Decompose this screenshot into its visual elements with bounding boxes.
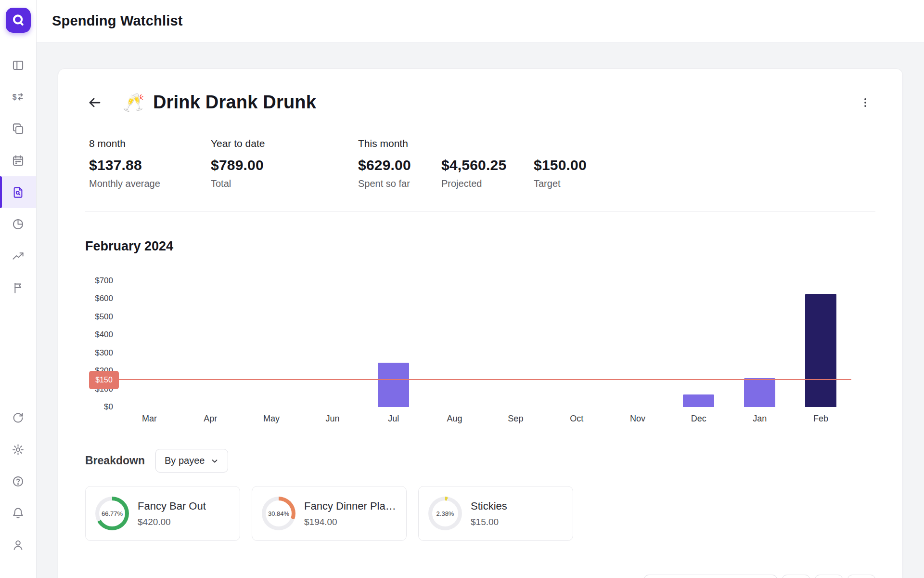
donut-chart: 2.38%	[428, 497, 462, 530]
stat-projected: $4,560.25 Projected	[441, 138, 534, 189]
chevron-down-icon	[210, 457, 219, 465]
sidebar-item-recurring[interactable]	[0, 176, 36, 208]
stat-label	[441, 138, 534, 151]
sidebar-nav-top: $	[0, 49, 36, 303]
chart-slot	[546, 281, 607, 407]
page-title: Spending Watchlist	[52, 13, 183, 29]
sidebar-item-calendar[interactable]	[0, 144, 36, 176]
y-tick-label: $600	[95, 294, 113, 303]
goals-flag-icon	[12, 281, 25, 294]
transactions-icon: $	[12, 91, 25, 104]
bar-jul[interactable]	[378, 363, 409, 407]
bar-feb[interactable]	[805, 294, 836, 407]
stat-value: $137.88	[89, 157, 211, 173]
breakdown-groupby-dropdown[interactable]: By payee	[155, 449, 228, 473]
breakdown-card-texts: Fancy Bar Out $420.00	[138, 500, 206, 527]
bar-dec[interactable]	[683, 394, 714, 407]
profile-icon	[12, 539, 25, 552]
logo-q-icon	[11, 13, 26, 27]
chart-slot	[119, 281, 180, 407]
sidebar-item-settings[interactable]	[0, 434, 36, 465]
breakdown-card-fancy-bar-out[interactable]: 66.77% Fancy Bar Out $420.00	[85, 486, 240, 541]
chart-slot	[729, 281, 790, 407]
x-tick-label: May	[241, 414, 302, 424]
payee-name: Fancy Bar Out	[138, 500, 206, 512]
target-badge: $150	[89, 371, 119, 389]
x-tick-label: Nov	[607, 414, 668, 424]
breakdown-card-fancy-dinner[interactable]: 30.84% Fancy Dinner Pla… $194.00	[252, 486, 407, 541]
donut-percent: 66.77%	[99, 500, 125, 526]
y-tick-label: $400	[95, 330, 113, 340]
breakdown-label: Breakdown	[85, 454, 145, 467]
sidebar-item-notifications[interactable]	[0, 497, 36, 529]
x-tick-label: Feb	[790, 414, 851, 424]
sidebar-item-help[interactable]	[0, 465, 36, 497]
payee-amount: $194.00	[304, 517, 396, 527]
accounts-icon	[12, 122, 25, 135]
stat-value: $4,560.25	[441, 157, 534, 173]
chart-slot	[302, 281, 363, 407]
settings-gear-icon	[12, 443, 25, 456]
stat-label	[534, 138, 587, 151]
spending-bar-chart: $0$100$200$300$400$500$600$700 $150 MarA…	[85, 281, 875, 424]
main-content: 🥂 Drink Drank Drunk 8 month $137.88 Mont	[37, 42, 924, 578]
download-button[interactable]	[847, 575, 875, 578]
watchlist-title: Drink Drank Drunk	[153, 92, 316, 113]
stat-monthly-average: 8 month $137.88 Monthly average	[89, 138, 211, 189]
calendar-icon	[12, 154, 25, 167]
stat-value: $789.00	[211, 157, 358, 173]
divider	[85, 211, 875, 212]
filter-button[interactable]	[782, 575, 810, 578]
x-tick-label: Aug	[424, 414, 485, 424]
watchlist-card: 🥂 Drink Drank Drunk 8 month $137.88 Mont	[58, 68, 903, 578]
svg-text:$: $	[13, 93, 17, 101]
x-tick-label: Dec	[668, 414, 729, 424]
transaction-tools	[644, 575, 875, 578]
stat-sublabel: Total	[211, 178, 358, 189]
sidebar-item-goals[interactable]	[0, 272, 36, 303]
sidebar-item-accounts[interactable]	[0, 113, 36, 144]
x-tick-label: Jun	[302, 414, 363, 424]
chart-slot	[607, 281, 668, 407]
sidebar-item-transactions[interactable]: $	[0, 81, 36, 113]
back-button[interactable]	[85, 93, 104, 112]
payee-amount: $420.00	[138, 517, 206, 527]
stat-sublabel: Projected	[441, 178, 534, 189]
topbar: Spending Watchlist	[37, 0, 924, 42]
watchlist-emoji: 🥂	[123, 94, 144, 111]
refresh-icon	[12, 411, 25, 424]
x-tick-label: Jan	[729, 414, 790, 424]
breakdown-card-stickies[interactable]: 2.38% Stickies $15.00	[418, 486, 573, 541]
sidebar-item-profile[interactable]	[0, 529, 36, 561]
stat-value: $150.00	[534, 157, 587, 173]
stat-target: $150.00 Target	[534, 138, 587, 189]
kebab-menu-icon	[859, 96, 872, 109]
bar-jan[interactable]	[744, 378, 775, 407]
stat-sublabel: Spent so far	[358, 178, 441, 189]
y-tick-label: $300	[95, 348, 113, 358]
chart-slot	[668, 281, 729, 407]
stat-sublabel: Monthly average	[89, 178, 211, 189]
sidebar-item-budget[interactable]	[0, 208, 36, 240]
recurring-search-icon	[12, 186, 25, 199]
search-box	[644, 575, 777, 578]
chart-slot	[241, 281, 302, 407]
chart-slot	[485, 281, 546, 407]
breakdown-card-texts: Stickies $15.00	[471, 500, 507, 527]
stat-label: 8 month	[89, 138, 211, 151]
breakdown-card-texts: Fancy Dinner Pla… $194.00	[304, 500, 396, 527]
chart-body: $0$100$200$300$400$500$600$700 $150	[85, 281, 851, 407]
chart-slot	[363, 281, 424, 407]
y-tick-label: $500	[95, 312, 113, 322]
app-logo[interactable]	[6, 8, 31, 33]
stat-label: This month	[358, 138, 441, 151]
donut-chart: 66.77%	[95, 497, 129, 530]
more-options-button[interactable]	[855, 92, 875, 113]
sidebar-item-refresh[interactable]	[0, 402, 36, 434]
sidebar-item-dashboard[interactable]	[0, 49, 36, 81]
stat-year-to-date: Year to date $789.00 Total	[211, 138, 358, 189]
sidebar: $	[0, 0, 37, 578]
dropdown-value: By payee	[165, 455, 205, 466]
upload-button[interactable]	[815, 575, 843, 578]
sidebar-item-trends[interactable]	[0, 240, 36, 272]
